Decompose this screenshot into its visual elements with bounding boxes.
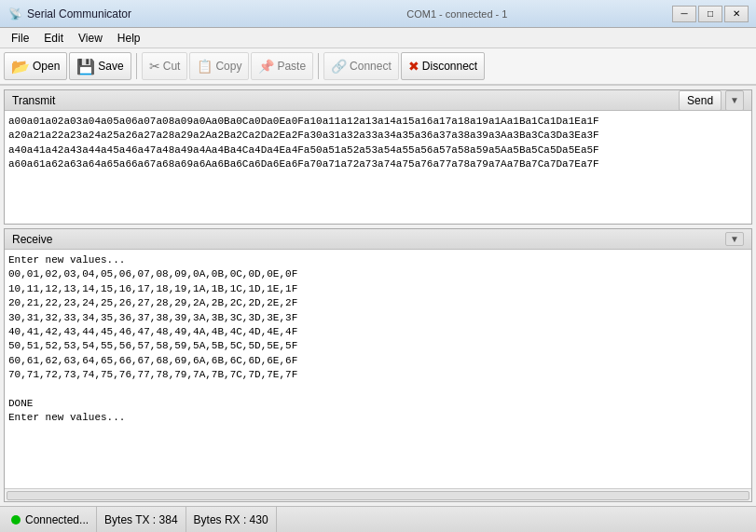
- paste-icon: 📌: [258, 59, 274, 74]
- main-content: Transmit Send ▼ Receive ▼: [0, 86, 756, 506]
- receive-dropdown[interactable]: ▼: [725, 232, 744, 246]
- connection-label: Connected...: [25, 513, 89, 526]
- copy-icon: 📋: [197, 59, 213, 74]
- save-icon: 💾: [76, 58, 95, 75]
- open-icon: 📂: [11, 58, 30, 75]
- bytes-tx-value: 384: [159, 513, 178, 526]
- receive-textarea[interactable]: [5, 250, 751, 488]
- horizontal-scrollbar[interactable]: [5, 488, 751, 501]
- save-label: Save: [98, 60, 123, 73]
- transmit-title: Transmit: [12, 94, 55, 107]
- bytes-rx-value: 430: [250, 513, 268, 526]
- paste-label: Paste: [277, 60, 306, 73]
- close-button[interactable]: ✕: [724, 6, 749, 22]
- transmit-controls: Send ▼: [679, 90, 744, 111]
- bytes-tx-label: Bytes TX :: [104, 513, 156, 526]
- receive-panel: Receive ▼: [4, 228, 752, 502]
- receive-body: [5, 250, 751, 488]
- copy-button[interactable]: 📋 Copy: [189, 52, 249, 80]
- connect-label: Connect: [350, 60, 392, 73]
- status-bar: Connected... Bytes TX : 384 Bytes RX : 4…: [0, 506, 756, 532]
- send-button[interactable]: Send: [679, 90, 722, 111]
- app-title: Serial Communicator: [27, 7, 242, 20]
- menu-edit[interactable]: Edit: [36, 30, 71, 47]
- copy-label: Copy: [215, 60, 241, 73]
- transmit-panel: Transmit Send ▼: [4, 89, 752, 225]
- connection-status: Connected...: [4, 507, 97, 532]
- bytes-rx-status: Bytes RX : 430: [186, 507, 277, 532]
- menu-help[interactable]: Help: [110, 30, 148, 47]
- toolbar: 📂 Open 💾 Save ✂ Cut 📋 Copy 📌 Paste 🔗 Con…: [0, 48, 756, 86]
- window-subtitle: COM1 - connected - 1: [242, 8, 672, 20]
- menu-file[interactable]: File: [4, 30, 36, 47]
- receive-title: Receive: [12, 233, 52, 246]
- disconnect-label: Disconnect: [422, 60, 477, 73]
- connection-indicator: [11, 515, 21, 525]
- bytes-rx-label: Bytes RX :: [194, 513, 247, 526]
- receive-header: Receive ▼: [5, 229, 751, 250]
- cut-icon: ✂: [149, 59, 160, 74]
- open-label: Open: [33, 60, 60, 73]
- connect-icon: 🔗: [331, 59, 347, 74]
- maximize-button[interactable]: □: [698, 6, 722, 22]
- disconnect-icon: ✖: [408, 59, 419, 74]
- open-button[interactable]: 📂 Open: [4, 52, 67, 80]
- transmit-header: Transmit Send ▼: [5, 90, 751, 111]
- transmit-dropdown[interactable]: ▼: [725, 90, 744, 111]
- separator-1: [136, 53, 137, 79]
- connect-button[interactable]: 🔗 Connect: [323, 52, 399, 80]
- separator-2: [318, 53, 319, 79]
- cut-label: Cut: [163, 60, 181, 73]
- minimize-button[interactable]: ─: [672, 6, 696, 22]
- transmit-textarea[interactable]: [5, 111, 751, 224]
- transmit-body: [5, 111, 751, 224]
- title-bar: 📡 Serial Communicator COM1 - connected -…: [0, 0, 756, 28]
- bytes-tx-status: Bytes TX : 384: [97, 507, 186, 532]
- save-button[interactable]: 💾 Save: [69, 52, 131, 80]
- menu-bar: File Edit View Help: [0, 28, 756, 48]
- scroll-track: [7, 491, 749, 500]
- paste-button[interactable]: 📌 Paste: [251, 52, 313, 80]
- menu-view[interactable]: View: [71, 30, 110, 47]
- disconnect-button[interactable]: ✖ Disconnect: [401, 52, 485, 80]
- window-controls: ─ □ ✕: [672, 6, 749, 22]
- app-icon: 📡: [7, 7, 22, 21]
- cut-button[interactable]: ✂ Cut: [142, 52, 188, 80]
